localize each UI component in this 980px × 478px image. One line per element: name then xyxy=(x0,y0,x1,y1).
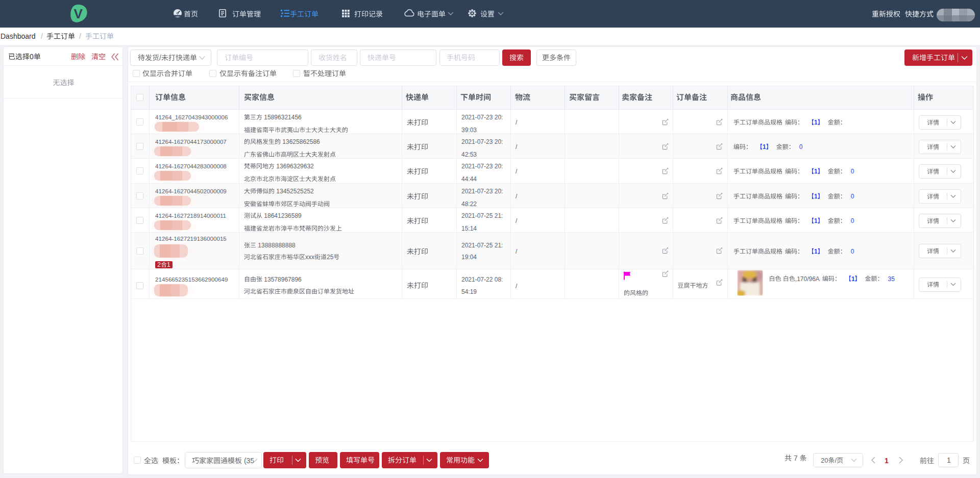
svg-text:15896321456: 15896321456 xyxy=(262,114,302,121)
svg-text:xxx: xxx xyxy=(305,254,314,261)
svg-text:1: 1 xyxy=(885,457,889,465)
svg-text:2021-07-25 21:: 2021-07-25 21: xyxy=(461,212,503,219)
svg-text:41264_1627043943000006: 41264_1627043943000006 xyxy=(155,114,228,120)
svg-text:2021-07-23 20:: 2021-07-23 20: xyxy=(461,114,503,121)
svg-text:20: 20 xyxy=(821,457,828,464)
svg-text:1: 1 xyxy=(814,119,818,126)
svg-text:7: 7 xyxy=(792,454,800,462)
svg-text:18641236589: 18641236589 xyxy=(262,212,302,219)
svg-text:0: 0 xyxy=(851,193,854,200)
svg-text:/: / xyxy=(516,119,518,126)
svg-text:2021-07-22 08:: 2021-07-22 08: xyxy=(461,276,503,283)
svg-text:41264-1627218914000011: 41264-1627218914000011 xyxy=(155,212,226,219)
svg-text:1: 1 xyxy=(814,193,818,200)
svg-text:15:14: 15:14 xyxy=(461,225,477,232)
svg-text:41264-1627219136000015: 41264-1627219136000015 xyxy=(155,235,227,242)
svg-text:48:22: 48:22 xyxy=(461,200,477,208)
svg-text:13625862586: 13625862586 xyxy=(281,138,320,145)
svg-text:1: 1 xyxy=(947,456,951,464)
svg-text:41264-1627044173000007: 41264-1627044173000007 xyxy=(155,138,227,145)
svg-text:/: / xyxy=(516,168,518,175)
svg-text:/: / xyxy=(835,457,837,464)
svg-text:2145665235153662900649: 2145665235153662900649 xyxy=(155,276,228,283)
svg-text:0: 0 xyxy=(851,248,854,255)
svg-text:54:19: 54:19 xyxy=(461,288,477,295)
svg-text:0: 0 xyxy=(851,217,854,224)
svg-text:/: / xyxy=(516,248,518,255)
svg-text:0: 0 xyxy=(851,168,854,175)
svg-text:44:44: 44:44 xyxy=(461,175,477,183)
svg-text:41264-1627044502000009: 41264-1627044502000009 xyxy=(155,188,227,194)
svg-text:/: / xyxy=(516,283,518,290)
svg-text:25: 25 xyxy=(327,254,334,261)
svg-text:1: 1 xyxy=(814,168,818,175)
svg-text:39:03: 39:03 xyxy=(461,127,477,134)
svg-text:1: 1 xyxy=(851,275,855,283)
svg-text:/: / xyxy=(516,143,518,150)
svg-text:13696329632: 13696329632 xyxy=(275,163,314,170)
svg-text:/: / xyxy=(516,217,518,224)
svg-text:42:53: 42:53 xyxy=(461,151,477,158)
svg-text:1: 1 xyxy=(814,248,818,255)
svg-text:2021-07-23 20:: 2021-07-23 20: xyxy=(461,163,503,170)
svg-text:/: / xyxy=(41,32,43,40)
svg-text:2021-07-25 21:: 2021-07-25 21: xyxy=(461,242,503,249)
svg-text:(35: (35 xyxy=(242,457,254,465)
svg-text:13888888888: 13888888888 xyxy=(256,242,296,249)
svg-text:1: 1 xyxy=(167,261,170,268)
svg-text:/: / xyxy=(516,193,518,200)
svg-text:35: 35 xyxy=(888,275,895,283)
svg-text:19:04: 19:04 xyxy=(461,254,477,261)
svg-text:Dashboard: Dashboard xyxy=(1,32,36,40)
svg-text:/: / xyxy=(79,32,81,40)
svg-text:2021-07-23 20:: 2021-07-23 20: xyxy=(461,138,503,145)
svg-text:2021-07-23 20:: 2021-07-23 20: xyxy=(461,188,503,195)
svg-text:V: V xyxy=(74,6,83,21)
svg-text:1: 1 xyxy=(814,217,818,224)
svg-text:0: 0 xyxy=(799,143,803,150)
svg-text:2: 2 xyxy=(157,261,161,268)
svg-text:1: 1 xyxy=(763,143,766,150)
svg-text:,170/96A: ,170/96A xyxy=(795,275,820,283)
svg-text:13578967896: 13578967896 xyxy=(262,276,302,283)
svg-text:41264-1627044283000008: 41264-1627044283000008 xyxy=(155,163,227,169)
svg-text:0: 0 xyxy=(30,53,34,61)
svg-text:13452525252: 13452525252 xyxy=(275,188,314,195)
svg-text:/: / xyxy=(159,54,161,62)
